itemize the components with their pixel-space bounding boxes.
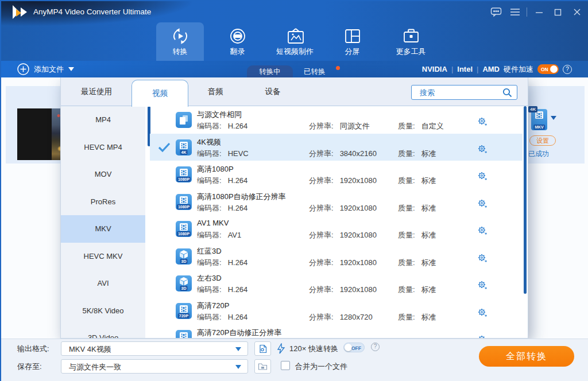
format-row[interactable]: 720P高清720P编码器:H.264分辨率:1280x720质量:标准 [150,297,523,325]
format-settings-gear-icon[interactable] [477,116,487,126]
check-placeholder [158,306,171,316]
menu-icon[interactable] [505,1,524,23]
nav-tab-4[interactable]: 分屏 [328,22,376,61]
format-type-icon [176,112,192,128]
add-file-button[interactable]: 添加文件 [17,61,74,77]
video-thumbnail [17,108,67,160]
format-settings-gear-icon[interactable] [477,226,487,235]
tab-video[interactable]: 视频 [131,80,188,107]
quality-label: 质量: [398,313,415,321]
help-icon[interactable]: ? [563,65,572,74]
convert-all-button[interactable]: 全部转换 [479,346,574,367]
help-icon-fast-convert[interactable]: ? [371,343,380,351]
format-name: 高清1080P自动修正分辨率 [197,192,286,202]
format-settings-gear-icon[interactable] [477,144,487,154]
profile-gear-icon [258,344,268,353]
header: AnyMP4 Video Converter Ultimate [1,1,588,61]
sidebar-item-mkv[interactable]: MKV [61,215,145,243]
format-picker-body: MP4HEVC MP4MOVProResMKVHEVC MKVAVI5K/8K … [61,106,528,338]
tab-device[interactable]: 设备 [244,77,301,106]
app-logo-icon [11,4,30,20]
hardware-acceleration: NVIDIA | Intel | AMD 硬件加速 ON ? [422,61,572,77]
merge-checkbox[interactable] [281,361,290,370]
check-placeholder [158,197,171,207]
resolution-label: 分辨率: [309,258,334,267]
format-settings-gear-icon[interactable] [477,280,487,290]
format-row[interactable]: 4K4K视频编码器:HEVC分辨率:3840x2160质量:标准 [150,134,523,161]
nav-tab-5[interactable]: 更多工具 [377,22,444,61]
sidebar-item-avi[interactable]: AVI [61,270,145,297]
format-row[interactable]: 1080P高清1080P自动修正分辨率编码器:H.264分辨率:1920x108… [150,188,523,216]
check-placeholder [158,278,171,289]
nav-tab-2[interactable]: DVD翻录 [214,22,261,61]
plus-circle-icon [17,63,29,75]
tab-converting[interactable]: 转换中 [247,65,293,77]
encoder-value: H.264 [228,122,248,130]
output-format-select[interactable]: MKV 4K视频 [61,341,248,356]
format-settings-gear-icon[interactable] [477,171,487,181]
format-name: 左右3D [197,273,222,283]
quality-label: 质量: [398,122,415,130]
encoder-label: 编码器: [197,231,222,239]
format-settings-gear-icon[interactable] [477,335,487,338]
file-settings-button[interactable]: 设置 [529,135,556,146]
resolution-value: 1920x1080 [340,231,377,239]
check-placeholder [158,224,171,234]
format-row[interactable]: 720P高清720P自动修正分辨率 [150,324,523,338]
format-settings-gear-icon[interactable] [477,199,487,208]
nav-tab-3[interactable]: 短视频制作 [261,22,328,61]
list-scrollbar[interactable] [524,106,527,294]
format-row[interactable]: 1080P高清1080P编码器:H.264分辨率:1920x1080质量:标准 [150,161,523,188]
quality-value: 标准 [421,258,436,267]
format-name: 高清720P [197,301,229,311]
check-placeholder [158,115,171,125]
open-folder-button[interactable] [254,359,271,374]
sidebar-item-mov[interactable]: MOV [61,161,145,188]
hw-accel-toggle[interactable]: ON [537,64,559,74]
fast-convert-toggle[interactable]: OFF [343,343,365,352]
sidebar-item-hevc-mkv[interactable]: HEVC MKV [61,243,145,270]
sidebar-item-3d-video[interactable]: 3D Video [61,324,145,338]
format-type-icon: 4K [176,139,192,155]
format-settings-gear-icon[interactable] [477,308,487,317]
sidebar-item-prores[interactable]: ProRes [61,188,145,216]
tab-audio[interactable]: 音频 [187,77,244,106]
resolution-label: 分辨率: [309,313,334,321]
nav-tab-1[interactable]: 转换 [156,22,204,61]
format-row[interactable]: 3D左右3D编码器:H.264分辨率:1920x1080质量:标准 [150,270,523,297]
resolution-label: 分辨率: [309,149,334,158]
format-row[interactable]: 与源文件相同编码器:H.264分辨率:同源文件质量:自定义 [150,106,523,134]
search-input[interactable]: 搜索 [411,85,517,100]
window-title: AnyMP4 Video Converter Ultimate [33,7,151,16]
maximize-button[interactable] [548,1,567,23]
tab-recent[interactable]: 最近使用 [68,77,125,106]
close-button[interactable] [567,1,586,23]
format-settings-gear-icon[interactable] [477,253,487,263]
format-row[interactable]: 3D红蓝3D编码器:H.264分辨率:1920x1080质量:标准 [150,243,523,270]
feedback-icon[interactable] [486,1,505,23]
save-to-select[interactable]: 与源文件夹一致 [61,359,248,374]
encoder-label: 编码器: [197,285,222,294]
sidebar-item-hevc-mp4[interactable]: HEVC MP4 [61,134,145,161]
resolution-label: 分辨率: [309,176,334,185]
minimize-button[interactable] [529,1,548,23]
tab-converted[interactable]: 已转换 [304,65,326,77]
search-icon [502,88,512,98]
format-row[interactable]: 1080PAV1 MKV编码器:AV1分辨率:1920x1080质量:标准 [150,215,523,243]
output-format-caret[interactable] [551,116,556,120]
quality-label: 质量: [398,204,415,212]
sidebar-item-mp4[interactable]: MP4 [61,106,145,134]
sidebar-item-5k-8k-video[interactable]: 5K/8K Video [61,297,145,325]
encoder-label: 编码器: [197,258,222,267]
check-placeholder [158,251,171,262]
window-controls [486,1,588,23]
lightning-icon [277,343,285,354]
notification-dot [336,66,340,70]
format-name: 与源文件相同 [197,110,242,120]
resolution-label: 分辨率: [309,231,334,239]
encoder-label: 编码器: [197,176,222,185]
format-type-icon: 1080P [176,221,192,237]
profile-settings-button[interactable] [254,341,271,356]
format-name: 4K视频 [197,137,221,147]
add-file-label: 添加文件 [34,64,64,75]
